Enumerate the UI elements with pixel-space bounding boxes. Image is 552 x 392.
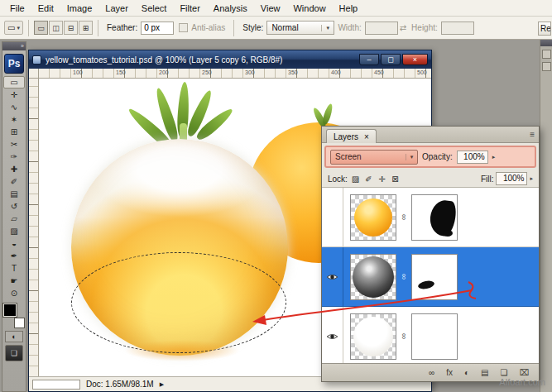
layer-mask-thumbnail[interactable] [411, 194, 458, 241]
tool-lasso[interactable]: ∿ [3, 101, 25, 113]
layer-group-icon[interactable]: ▤ [481, 368, 488, 377]
style-value: Normal [271, 23, 298, 32]
tool-eyedropper[interactable]: ✑ [3, 151, 25, 163]
lock-transparency-icon[interactable]: ▨ [350, 174, 361, 184]
tool-pen[interactable]: ✒ [3, 250, 25, 262]
layers-panel-header[interactable]: Layers × ≡ [322, 127, 539, 143]
menu-edit[interactable]: Edit [31, 2, 60, 15]
tool-history-brush[interactable]: ↺ [3, 200, 25, 213]
new-selection-button[interactable]: ▭ [34, 21, 48, 35]
layer-row[interactable]: ∞ [322, 307, 539, 363]
tab-close-icon[interactable]: × [364, 132, 369, 141]
tool-preset-picker[interactable]: ▭ ▾ [4, 21, 23, 35]
lock-label: Lock: [328, 174, 348, 184]
type-icon: T [12, 264, 17, 273]
opacity-label: Opacity: [422, 152, 453, 161]
slice-icon: ✂ [11, 140, 17, 149]
quick-mask-icon: ◐ [12, 332, 16, 341]
document-title-bar[interactable]: yellow_tomatoes_tutorial.psd @ 100% (Lay… [29, 50, 431, 69]
history-brush-icon: ↺ [11, 202, 17, 211]
menu-file[interactable]: File [3, 2, 31, 15]
status-popup-arrow-icon[interactable]: ▶ [160, 381, 164, 388]
quick-mask-button[interactable]: ◐ [5, 331, 23, 342]
anti-alias-checkbox [179, 23, 188, 32]
minimize-button[interactable]: – [359, 54, 379, 65]
blend-mode-select[interactable]: Screen ▾ [330, 150, 418, 165]
menu-help[interactable]: Help [333, 2, 365, 15]
refine-edge-button[interactable]: Re [538, 22, 551, 36]
new-layer-icon[interactable]: ❏ [501, 368, 508, 377]
layer-thumbnail[interactable] [350, 313, 396, 360]
delete-layer-icon[interactable]: ⌧ [519, 368, 529, 377]
doc-size-text: Doc: 1.65M/98.1M [86, 380, 154, 389]
tool-crop[interactable]: ⊞ [3, 126, 25, 138]
panel-menu-icon[interactable]: ≡ [530, 130, 535, 139]
menu-filter[interactable]: Filter [173, 2, 206, 15]
tool-zoom[interactable]: ⊙ [3, 287, 25, 299]
tab-layers[interactable]: Layers × [326, 129, 377, 143]
visibility-toggle[interactable] [322, 188, 343, 246]
color-swatches [3, 304, 25, 328]
brush-icon: ✐ [11, 177, 17, 186]
layer-mask-thumbnail[interactable] [411, 313, 458, 360]
width-input [365, 22, 398, 35]
tool-blur[interactable]: ◒ [3, 237, 25, 250]
fill-value[interactable]: 100% [496, 172, 527, 185]
add-to-selection-button[interactable]: ◫ [49, 21, 63, 35]
foreground-color-swatch[interactable] [3, 304, 17, 317]
tool-gradient[interactable]: ▨ [3, 225, 25, 237]
selection-marquee [71, 252, 286, 353]
tool-magic-wand[interactable]: ✶ [3, 113, 25, 126]
lock-all-icon[interactable]: ⊠ [390, 174, 401, 184]
tool-slice[interactable]: ✂ [3, 138, 25, 151]
tool-move[interactable]: ✛ [3, 88, 25, 101]
layer-list: ∞ ∞ [322, 188, 539, 363]
tool-clone-stamp[interactable]: ▤ [3, 188, 25, 200]
tool-options-bar: ▭ ▾ ▭ ◫ ⊟ ⊞ Feather: Anti-alias Style: N… [0, 17, 552, 40]
collapsed-panel-icon[interactable] [542, 62, 551, 71]
watermark: Alfoart.com [499, 377, 545, 387]
intersect-selection-button[interactable]: ⊞ [79, 21, 93, 35]
document-icon [32, 55, 41, 65]
layer-row[interactable]: ∞ [322, 188, 539, 247]
screen-mode-button[interactable]: ❏ [5, 345, 23, 361]
menu-image[interactable]: Image [60, 2, 99, 15]
zoom-field[interactable] [32, 380, 80, 390]
tool-brush[interactable]: ✐ [3, 175, 25, 188]
tool-eraser[interactable]: ▱ [3, 213, 25, 225]
ruler-number: 350 [288, 69, 298, 75]
feather-input[interactable] [141, 22, 174, 35]
opacity-spinner-icon[interactable]: ▸ [492, 154, 496, 160]
background-color-swatch[interactable] [14, 318, 25, 328]
adjustment-layer-icon[interactable]: ◐ [464, 368, 469, 377]
tool-hand[interactable]: ☛ [3, 275, 25, 287]
menu-select[interactable]: Select [135, 2, 174, 15]
layer-mask-thumbnail[interactable] [411, 254, 458, 300]
menu-analysis[interactable]: Analysis [207, 2, 254, 15]
layer-thumbnail[interactable] [350, 194, 396, 241]
fill-spinner-icon[interactable]: ▸ [530, 175, 533, 182]
separator [233, 20, 234, 36]
toolbox-collapse-icon[interactable]: » [2, 42, 26, 50]
layer-thumbnail[interactable] [350, 254, 396, 300]
link-layers-icon[interactable]: ∞ [429, 368, 434, 377]
layer-style-icon[interactable]: fx [446, 368, 453, 377]
menu-view[interactable]: View [254, 2, 287, 15]
menu-window[interactable]: Window [286, 2, 332, 15]
close-button[interactable]: × [402, 54, 428, 65]
ruler-number: 250 [202, 69, 212, 75]
style-select[interactable]: Normal ▾ [266, 21, 334, 35]
subtract-from-selection-button[interactable]: ⊟ [64, 21, 78, 35]
opacity-value[interactable]: 100% [457, 151, 488, 164]
tool-type[interactable]: T [3, 262, 25, 275]
maximize-button[interactable]: ◻ [381, 54, 401, 65]
tool-healing-brush[interactable]: ✚ [3, 163, 25, 175]
menu-layer[interactable]: Layer [98, 2, 135, 15]
visibility-toggle[interactable] [322, 247, 343, 306]
tool-rectangular-marquee[interactable]: ▭ [3, 76, 25, 88]
visibility-toggle[interactable] [322, 307, 343, 363]
layer-row-selected[interactable]: ∞ [322, 247, 539, 307]
collapsed-panel-icon[interactable] [542, 50, 551, 59]
lock-image-icon[interactable]: ✐ [363, 174, 374, 184]
lock-position-icon[interactable]: ✛ [377, 174, 387, 184]
